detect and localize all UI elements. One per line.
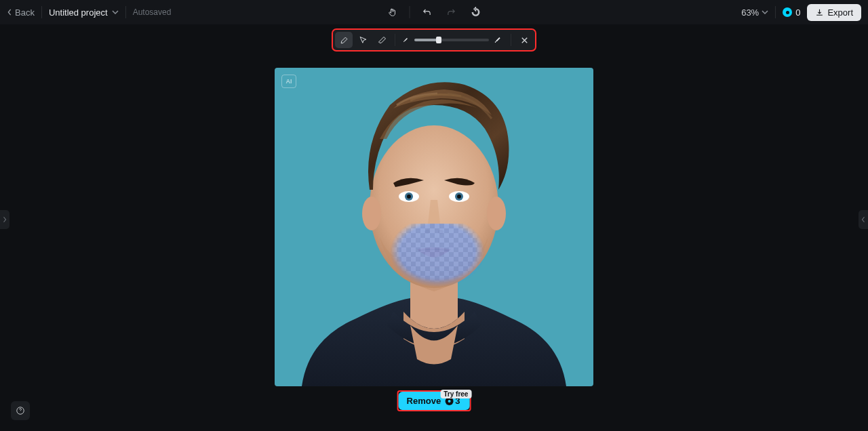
svg-point-5 xyxy=(407,194,411,199)
export-label: Export xyxy=(827,7,853,18)
slider-thumb[interactable] xyxy=(436,37,441,43)
chevron-down-icon xyxy=(762,10,768,14)
brush-icon xyxy=(339,35,349,45)
chevron-left-icon xyxy=(861,216,865,223)
credits-icon xyxy=(783,7,792,17)
top-bar: Back Untitled project Autosaved 63% xyxy=(0,0,868,24)
erase-mask-overlay xyxy=(373,224,502,298)
brush-tool-button[interactable] xyxy=(335,32,353,48)
zoom-dropdown[interactable]: 63% xyxy=(741,7,768,18)
redo-icon xyxy=(446,7,457,18)
divider xyxy=(511,34,511,46)
divider xyxy=(41,6,42,18)
redo-button[interactable] xyxy=(444,5,459,20)
reset-button[interactable] xyxy=(469,5,484,20)
project-title-text: Untitled project xyxy=(49,7,108,18)
undo-icon xyxy=(422,7,433,18)
selection-highlight xyxy=(373,224,502,298)
expand-right-panel-button[interactable] xyxy=(859,210,868,229)
lasso-tool-button[interactable] xyxy=(354,32,372,48)
zoom-label: 63% xyxy=(741,7,759,18)
divider xyxy=(410,6,410,18)
svg-point-8 xyxy=(457,194,461,199)
autosaved-label: Autosaved xyxy=(133,7,172,17)
close-icon xyxy=(519,35,530,45)
export-button[interactable]: Export xyxy=(807,4,861,21)
back-button[interactable]: Back xyxy=(7,7,35,18)
chevron-down-icon xyxy=(112,10,119,14)
ai-badge: AI xyxy=(281,75,296,88)
erase-toolbar xyxy=(332,28,536,52)
divider xyxy=(775,6,776,18)
remove-button[interactable]: Remove 3 Try free xyxy=(399,392,470,410)
topbar-left: Back Untitled project Autosaved xyxy=(7,6,171,18)
undo-button[interactable] xyxy=(420,5,435,20)
help-icon xyxy=(16,406,25,415)
brush-size-slider[interactable] xyxy=(414,39,489,41)
back-label: Back xyxy=(15,7,35,18)
brush-large-icon xyxy=(493,35,504,45)
project-title-dropdown[interactable]: Untitled project xyxy=(49,7,119,18)
expand-left-panel-button[interactable] xyxy=(0,210,9,229)
hand-icon xyxy=(387,7,398,18)
brush-size-slider-group xyxy=(399,35,507,45)
topbar-right: 63% 0 Export xyxy=(741,4,861,21)
help-button[interactable] xyxy=(11,401,30,420)
pointer-select-icon xyxy=(358,35,368,45)
chevron-right-icon xyxy=(3,216,7,223)
credits-indicator[interactable]: 0 xyxy=(783,7,800,18)
topbar-center xyxy=(385,5,484,20)
close-toolbar-button[interactable] xyxy=(515,32,533,48)
reset-icon xyxy=(471,7,481,18)
chevron-left-icon xyxy=(7,9,12,16)
divider xyxy=(125,6,126,18)
eraser-tool-button[interactable] xyxy=(373,32,391,48)
eraser-icon xyxy=(377,35,387,45)
credits-count: 0 xyxy=(795,7,800,18)
remove-button-highlight: Remove 3 Try free xyxy=(397,390,471,411)
brush-small-icon xyxy=(402,36,410,44)
canvas[interactable]: AI xyxy=(275,68,593,386)
remove-label: Remove xyxy=(407,396,441,406)
download-icon xyxy=(815,8,824,17)
divider xyxy=(395,34,395,46)
pan-tool-button[interactable] xyxy=(385,5,400,20)
try-free-badge: Try free xyxy=(440,390,471,398)
